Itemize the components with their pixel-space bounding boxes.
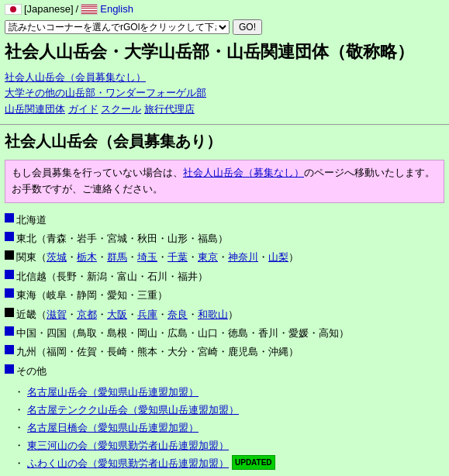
navigation-links: 社会人山岳会（会員募集なし） 大学その他の山岳部・ワンダーフォーゲル部 山岳関連… [0, 68, 449, 121]
japanese-label: [Japanese] [24, 3, 74, 15]
blue-square-icon [5, 326, 14, 336]
region-label: その他 [16, 362, 47, 380]
black-square-icon [5, 308, 14, 317]
region-label: 東北（青森・岩手・宮城・秋田・山形・福島） [16, 229, 228, 247]
bullet-icon: ・ [14, 384, 24, 401]
region-label: 近畿（滋賀・京都・大阪・兵庫・奈良・和歌山） [16, 305, 238, 323]
blue-square-icon [5, 288, 14, 298]
region-label: 北海道 [16, 211, 47, 229]
region-link-hyogo[interactable]: 兵庫 [137, 309, 157, 320]
bullet-icon: ・ [14, 474, 24, 476]
blue-square-icon [5, 270, 14, 279]
blue-square-icon [5, 213, 14, 222]
nav-link-travel[interactable]: 旅行代理店 [144, 103, 195, 115]
navigation-dropdown-bar: 読みたいコーナーを選んでrGOlをクリックして下さい GO! [0, 18, 449, 38]
bullet-icon: ・ [14, 437, 24, 454]
nav-link-school[interactable]: スクール [101, 103, 141, 115]
region-tokai: 東海（岐阜・静岡・愛知・三重） [5, 286, 444, 304]
region-hokkaido: 北海道 [5, 211, 444, 229]
nav-link-members-none[interactable]: 社会人山岳会（会員募集なし） [5, 71, 146, 83]
list-item: ・ 東三河山の会（愛知県勤労者山岳連盟加盟） [14, 437, 444, 454]
navigation-select[interactable]: 読みたいコーナーを選んでrGOlをクリックして下さい [5, 20, 230, 34]
bullet-icon: ・ [14, 455, 24, 472]
nav-link-guide[interactable]: ガイド [68, 103, 98, 115]
list-item: ・ 名古屋山岳会（愛知県山岳連盟加盟） [14, 384, 444, 401]
list-item: ・ ふわく山の会（愛知県勤労者山岳連盟加盟） UPDATED [14, 455, 444, 472]
region-tohoku: 東北（青森・岩手・宮城・秋田・山形・福島） [5, 229, 444, 247]
list-item: ・ 名古屋日橋会（愛知県山岳連盟加盟） [14, 419, 444, 436]
region-link-tochigi[interactable]: 栃木 [77, 251, 97, 263]
region-link-tokyo[interactable]: 東京 [198, 251, 218, 263]
divider-1 [0, 124, 449, 125]
club-list: ・ 名古屋山岳会（愛知県山岳連盟加盟） ・ 名古屋テンクク山岳会（愛知県山岳連盟… [0, 382, 449, 476]
region-kyushu: 九州（福岡・佐賀・長崎・熊本・大分・宮崎・鹿児島・沖縄） [5, 343, 444, 360]
blue-square-icon [5, 232, 14, 241]
region-link-saitama[interactable]: 埼玉 [137, 251, 157, 263]
updated-badge: UPDATED [232, 455, 275, 470]
region-link-nara[interactable]: 奈良 [168, 309, 188, 320]
club-link-1[interactable]: 名古屋テンクク山岳会（愛知県山岳連盟加盟） [27, 402, 239, 419]
region-link-ibaraki[interactable]: 茨城 [47, 251, 67, 263]
region-link-osaka[interactable]: 大阪 [107, 309, 127, 320]
go-button[interactable]: GO! [233, 19, 262, 35]
region-link-kyoto[interactable]: 京都 [77, 309, 97, 320]
region-label: 中国・四国（鳥取・島根・岡山・広島・山口・徳島・香川・愛媛・高知） [16, 324, 349, 342]
regions-list: 北海道 東北（青森・岩手・宮城・秋田・山形・福島） 関東（茨城・栃木・群馬・埼玉… [0, 208, 449, 383]
english-flag-icon [81, 4, 98, 15]
region-label: 関東（茨城・栃木・群馬・埼玉・千葉・東京・神奈川・山梨） [16, 248, 299, 266]
region-hokushinetsu: 北信越（長野・新潟・富山・石川・福井） [5, 267, 444, 285]
region-label: 九州（福岡・佐賀・長崎・熊本・大分・宮崎・鹿児島・沖縄） [16, 343, 299, 360]
bullet-icon: ・ [14, 419, 24, 436]
nav-link-university[interactable]: 大学その他の山岳部・ワンダーフォーゲル部 [5, 87, 206, 98]
separator: / [76, 3, 79, 15]
bullet-icon: ・ [14, 402, 24, 419]
region-other: その他 [5, 362, 444, 380]
page-title: 社会人山岳会・大学山岳部・山岳関連団体（敬称略） [0, 38, 449, 68]
region-link-kanagawa[interactable]: 神奈川 [228, 251, 258, 263]
region-link-wakayama[interactable]: 和歌山 [198, 309, 228, 320]
notice-box: もし会員募集を行っていない場合は、社会人山岳会（募集なし）のページへ移動いたしま… [5, 160, 444, 203]
club-link-4[interactable]: ふわく山の会（愛知県勤労者山岳連盟加盟） [27, 455, 229, 472]
region-kanto: 関東（茨城・栃木・群馬・埼玉・千葉・東京・神奈川・山梨） [5, 248, 444, 266]
region-link-shiga[interactable]: 滋賀 [47, 309, 67, 320]
list-item: ・ 名古屋テンクク山岳会（愛知県山岳連盟加盟） [14, 402, 444, 419]
notice-link[interactable]: 社会人山岳会（募集なし） [183, 167, 304, 178]
club-link-3[interactable]: 東三河山の会（愛知県勤労者山岳連盟加盟） [27, 437, 229, 454]
black-square-icon [5, 250, 14, 260]
region-link-chiba[interactable]: 千葉 [168, 251, 188, 263]
japanese-flag-icon [5, 4, 22, 15]
region-label: 東海（岐阜・静岡・愛知・三重） [16, 286, 168, 304]
english-link[interactable]: English [100, 3, 133, 15]
club-link-0[interactable]: 名古屋山岳会（愛知県山岳連盟加盟） [27, 384, 199, 401]
region-link-gunma[interactable]: 群馬 [107, 251, 127, 263]
club-link-5[interactable]: 碧稜山岳会（愛知県山岳連盟加盟） [27, 474, 188, 476]
blue-square-icon [5, 364, 14, 374]
nav-link-related[interactable]: 山岳関連団体 [5, 103, 65, 115]
section-title: 社会人山岳会（会員募集あり） [0, 128, 449, 157]
list-item: ・ 碧稜山岳会（愛知県山岳連盟加盟） [14, 474, 444, 476]
language-bar: [Japanese] / English [0, 0, 449, 18]
region-label: 北信越（長野・新潟・富山・石川・福井） [16, 267, 208, 285]
notice-text-before: もし会員募集を行っていない場合は、 [12, 167, 183, 178]
region-link-yamanashi[interactable]: 山梨 [268, 251, 288, 263]
region-chugoku-shikoku: 中国・四国（鳥取・島根・岡山・広島・山口・徳島・香川・愛媛・高知） [5, 324, 444, 342]
region-kinki: 近畿（滋賀・京都・大阪・兵庫・奈良・和歌山） [5, 305, 444, 323]
blue-square-icon [5, 345, 14, 354]
club-link-2[interactable]: 名古屋日橋会（愛知県山岳連盟加盟） [27, 419, 199, 436]
